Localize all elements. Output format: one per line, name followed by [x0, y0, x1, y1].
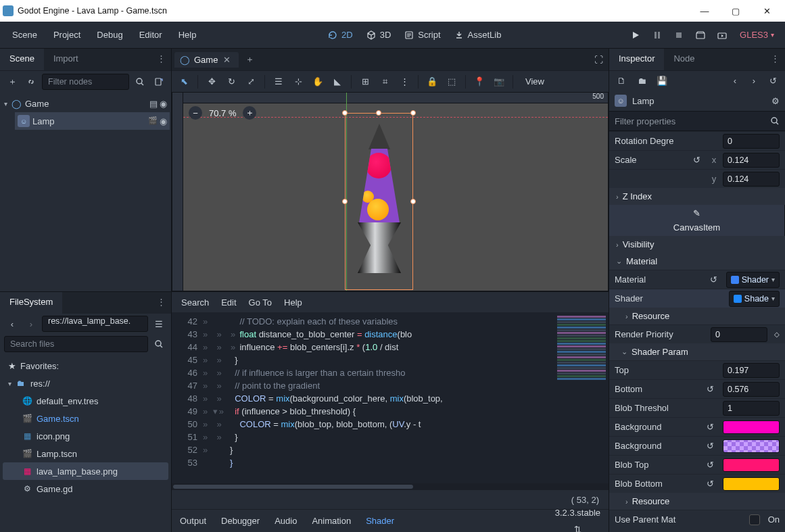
scene-tree-child[interactable]: ☺ Lamp 🎬 ◉ — [15, 112, 170, 130]
history-prev-button[interactable]: ‹ — [727, 73, 743, 89]
section-visibility[interactable]: ›Visibility — [609, 236, 785, 253]
tab-scene[interactable]: Scene — [0, 49, 44, 70]
bottom-input[interactable]: 0.576 — [723, 382, 780, 397]
section-canvasitem[interactable]: ✎CanvasItem — [609, 205, 785, 236]
save-resource-button[interactable]: 💾 — [654, 73, 670, 89]
tab-output[interactable]: Output — [180, 516, 206, 526]
shader-dropdown[interactable]: Shade▾ — [729, 291, 780, 307]
workspace-3d-button[interactable]: 3D — [360, 27, 398, 43]
reset-icon[interactable]: ↺ — [707, 384, 719, 394]
zoom-in-button[interactable]: ＋ — [243, 106, 256, 120]
play-button[interactable] — [626, 26, 645, 45]
filter-properties[interactable]: Filter properties — [609, 111, 785, 131]
renderer-selector[interactable]: GLES3 ▾ — [733, 30, 781, 40]
close-tab-icon[interactable]: ✕ — [222, 55, 232, 65]
menu-edit[interactable]: Edit — [221, 297, 236, 308]
new-tab-button[interactable]: ＋ — [241, 53, 258, 66]
rotate-tool-button[interactable]: ↻ — [223, 74, 239, 90]
filter-nodes-input[interactable]: Filter nodes — [42, 74, 129, 90]
reset-icon[interactable]: ↺ — [707, 479, 719, 489]
file-item[interactable]: 🎬Lamp.tscn — [3, 445, 168, 462]
workspace-2d-button[interactable]: 2D — [321, 27, 360, 43]
render-priority-input[interactable]: 0 — [711, 327, 767, 342]
scale-x-input[interactable]: 0.124 — [723, 153, 780, 168]
pan-tool-button[interactable]: ✋ — [310, 74, 326, 90]
color-input[interactable] — [723, 477, 780, 491]
blob-threshold-input[interactable]: 1 — [723, 401, 780, 416]
color-input[interactable] — [723, 439, 780, 453]
lock-button[interactable]: 🔒 — [424, 74, 440, 90]
menu-search[interactable]: Search — [181, 297, 209, 308]
tab-import[interactable]: Import — [44, 49, 88, 70]
snap-button[interactable]: ⊞ — [357, 74, 373, 90]
reset-icon[interactable]: ↺ — [707, 441, 719, 451]
attach-script-button[interactable] — [151, 74, 167, 90]
override-camera-button[interactable]: 📷 — [491, 74, 507, 90]
object-options-icon[interactable]: ⚙ — [771, 96, 780, 106]
inspector-menu-icon[interactable]: ⋮ — [765, 49, 785, 70]
workspace-script-button[interactable]: Script — [398, 27, 447, 43]
selection-handle[interactable] — [342, 199, 348, 204]
tab-animation[interactable]: Animation — [312, 516, 351, 526]
scene-panel-menu-icon[interactable]: ⋮ — [151, 49, 171, 70]
color-input[interactable] — [723, 420, 780, 434]
zoom-out-button[interactable]: − — [189, 106, 202, 120]
code-editor[interactable]: 42 43 44 45 46 47 48 49 50 51 52 53 » » … — [172, 312, 609, 483]
group-button[interactable]: ⬚ — [444, 74, 460, 90]
list-select-button[interactable]: ☰ — [270, 74, 287, 90]
menu-help[interactable]: Help — [284, 297, 302, 308]
menu-editor[interactable]: Editor — [131, 26, 170, 44]
smart-snap-button[interactable]: ⌗ — [377, 74, 393, 90]
folder-root[interactable]: ▾🖿res:// — [3, 374, 168, 392]
file-item-selected[interactable]: ▦lava_lamp_base.png — [3, 462, 168, 480]
reset-icon[interactable]: ↺ — [707, 422, 719, 432]
material-dropdown[interactable]: Shader▾ — [726, 272, 780, 288]
h-scrollbar[interactable] — [172, 483, 609, 490]
open-scene-icon[interactable]: 🎬 — [148, 116, 158, 126]
menu-help[interactable]: Help — [170, 26, 205, 44]
history-next-button[interactable]: › — [746, 73, 762, 89]
select-tool-button[interactable]: ⬉ — [176, 74, 192, 90]
selection-handle[interactable] — [410, 110, 416, 116]
file-item[interactable]: ▦icon.png — [3, 427, 168, 445]
section-resource[interactable]: ›Resource — [609, 308, 785, 324]
menu-project[interactable]: Project — [45, 26, 89, 44]
scene-tab[interactable]: ◯ Game ✕ — [174, 52, 239, 68]
move-tool-button[interactable]: ✥ — [204, 74, 220, 90]
scene-tree-root[interactable]: ▾ ◯ Game ▤ ◉ — [1, 95, 170, 112]
expand-bottom-panel-icon[interactable]: ⇅ — [574, 525, 581, 533]
section-material[interactable]: ⌄Material — [609, 253, 785, 270]
tab-node[interactable]: Node — [664, 49, 704, 70]
viewport-2d[interactable]: 500 − 70.7 % ＋ — [172, 92, 609, 291]
scale-y-input[interactable]: 0.124 — [723, 172, 780, 187]
color-input[interactable] — [723, 458, 780, 472]
new-resource-button[interactable]: 🗋 — [613, 73, 629, 89]
close-button[interactable]: ✕ — [751, 1, 782, 20]
nav-forward-button[interactable]: › — [23, 316, 39, 332]
stepper-icon[interactable]: ◇ — [774, 331, 780, 338]
snap-options-button[interactable]: ⋮ — [396, 74, 412, 90]
ruler-tool-button[interactable]: ◣ — [329, 74, 346, 90]
tab-audio[interactable]: Audio — [275, 516, 297, 526]
selection-handle[interactable] — [342, 110, 348, 116]
reset-icon[interactable]: ↺ — [707, 460, 719, 470]
section-resource-2[interactable]: ›Resource — [609, 493, 785, 510]
object-header[interactable]: ☺ Lamp ⚙ — [609, 91, 785, 111]
file-item[interactable]: 🎬Game.tscn — [3, 410, 168, 427]
file-item[interactable]: 🌐default_env.tres — [3, 392, 168, 410]
path-field[interactable]: res://lava_lamp_base. — [42, 316, 148, 332]
section-zindex[interactable]: ›Z Index — [609, 188, 785, 205]
bone-button[interactable]: 📍 — [471, 74, 487, 90]
script-icon[interactable]: ▤ — [149, 99, 158, 109]
menu-debug[interactable]: Debug — [89, 26, 130, 44]
search-files-input[interactable]: Search files — [4, 336, 148, 352]
checkbox[interactable] — [749, 514, 760, 525]
menu-goto[interactable]: Go To — [249, 297, 272, 308]
filesystem-menu-icon[interactable]: ⋮ — [151, 292, 171, 314]
minimize-button[interactable]: — — [689, 1, 720, 20]
minimap[interactable] — [554, 312, 609, 483]
history-button[interactable]: ↺ — [765, 73, 781, 89]
search-icon[interactable] — [132, 74, 148, 90]
maximize-button[interactable]: ▢ — [720, 1, 751, 20]
split-mode-button[interactable]: ☰ — [151, 316, 167, 332]
